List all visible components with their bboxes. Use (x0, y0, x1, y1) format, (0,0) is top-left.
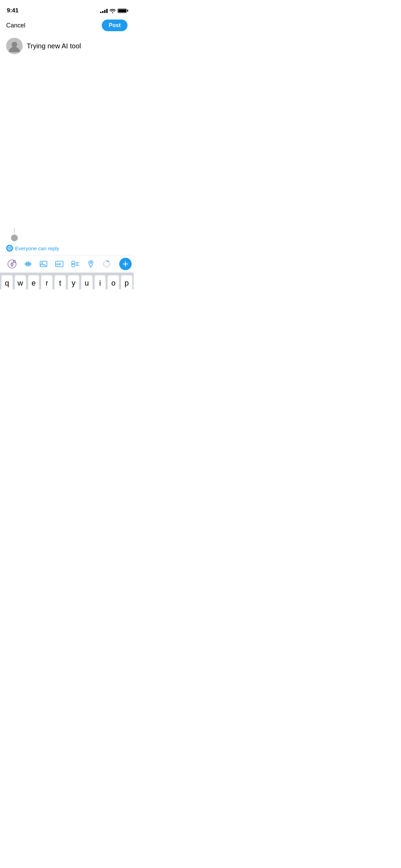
svg-point-24 (90, 262, 92, 264)
status-icons (100, 8, 127, 13)
audio-plus-button[interactable] (5, 257, 19, 271)
compose-toolbar: GIF (0, 255, 134, 273)
svg-point-16 (41, 262, 43, 264)
reply-setting[interactable]: Everyone can reply (0, 241, 134, 255)
cancel-button[interactable]: Cancel (6, 22, 25, 29)
reply-setting-label: Everyone can reply (15, 245, 59, 251)
thread-line (14, 228, 15, 233)
circle-button[interactable] (99, 257, 114, 271)
key-o[interactable]: o (108, 275, 119, 289)
key-y[interactable]: y (68, 275, 79, 289)
key-e[interactable]: e (28, 275, 39, 289)
globe-icon (6, 245, 13, 252)
image-button[interactable] (36, 257, 51, 271)
compose-area: Trying new AI tool (0, 34, 134, 226)
svg-point-0 (12, 42, 17, 47)
thread-line-col (6, 228, 23, 241)
key-p[interactable]: p (121, 275, 132, 289)
key-q[interactable]: q (1, 275, 13, 289)
signal-icon (100, 8, 108, 13)
key-t[interactable]: t (54, 275, 66, 289)
status-time: 9:41 (7, 7, 19, 14)
gif-button[interactable]: GIF (52, 257, 66, 271)
add-button[interactable] (119, 258, 132, 270)
nav-bar: Cancel Post (0, 16, 134, 34)
location-button[interactable] (84, 257, 98, 271)
keyboard: q w e r t y u i o p a s d f g h j k l z … (0, 273, 134, 289)
waveform-button[interactable] (21, 257, 35, 271)
wifi-icon (110, 9, 116, 13)
small-avatar (11, 234, 18, 241)
key-i[interactable]: i (95, 275, 106, 289)
compose-text-content[interactable]: Trying new AI tool (27, 38, 127, 223)
key-w[interactable]: w (15, 275, 26, 289)
status-bar: 9:41 (0, 0, 134, 16)
post-button[interactable]: Post (102, 20, 127, 31)
svg-text:GIF: GIF (56, 263, 62, 266)
key-u[interactable]: u (81, 275, 93, 289)
key-r[interactable]: r (41, 275, 52, 289)
keyboard-row-1: q w e r t y u i o p (1, 275, 132, 289)
avatar (6, 38, 23, 54)
battery-icon (118, 9, 127, 13)
list-button[interactable] (68, 257, 82, 271)
thread-area (0, 228, 134, 241)
